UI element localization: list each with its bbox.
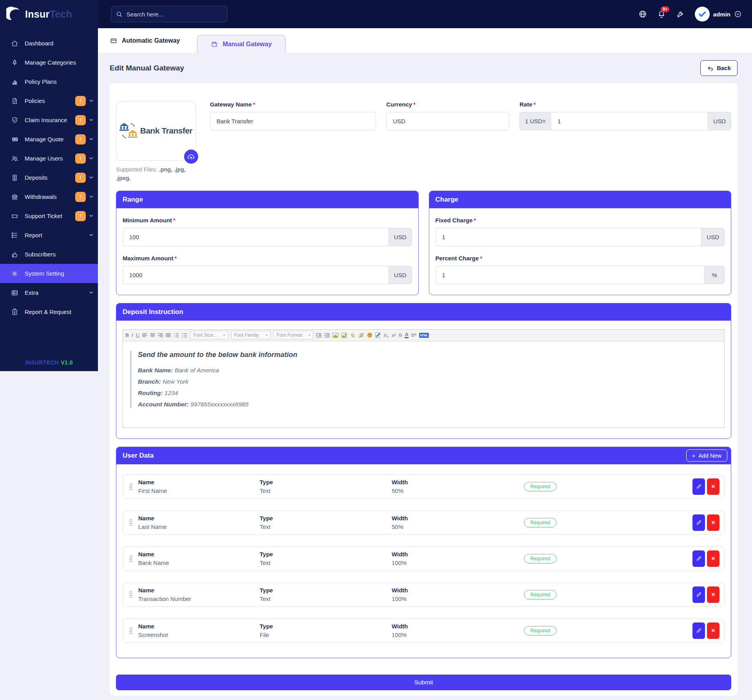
required-badge: Required <box>524 482 557 491</box>
align-justify-icon[interactable] <box>166 333 171 337</box>
sidebar-item-system-setting[interactable]: System Setting <box>0 264 98 283</box>
edit-row-button[interactable] <box>692 478 705 495</box>
editor-content[interactable]: Send the amount to the below bank inform… <box>123 341 724 428</box>
user-menu[interactable]: admin <box>695 7 742 22</box>
sidebar-item-deposits[interactable]: Deposits ! <box>0 168 98 187</box>
minimum-amount-input[interactable] <box>123 228 389 246</box>
edit-row-button[interactable] <box>692 586 705 603</box>
sidebar-item-report-request[interactable]: Report & Request <box>0 302 98 321</box>
delete-row-button[interactable]: × <box>707 622 719 639</box>
alert-badge: ! <box>75 153 86 164</box>
drag-handle-icon[interactable] <box>129 483 132 490</box>
rate-input[interactable] <box>551 112 708 130</box>
drag-handle-icon[interactable] <box>129 627 132 634</box>
font-family-select[interactable]: Font Family.▾ <box>231 331 271 339</box>
chevron-down-icon <box>89 176 93 179</box>
align-right-icon[interactable] <box>158 333 163 337</box>
percent-charge-input[interactable] <box>436 266 705 284</box>
pencil-icon <box>696 484 701 489</box>
range-section: Range Minimum Amount* USD Maximum Amount… <box>116 191 419 295</box>
color-palette-icon[interactable] <box>367 332 372 338</box>
notification-count-badge: 9+ <box>661 6 670 12</box>
edit-source-icon[interactable] <box>375 332 381 338</box>
font-format-select[interactable]: Font Format▾ <box>273 331 313 339</box>
notifications-bell-icon[interactable]: 9+ <box>657 10 666 18</box>
rich-text-editor: B I U Font Size...▾ Font Family.▾ Font F… <box>123 329 725 428</box>
search-bar[interactable] <box>111 6 228 22</box>
currency-input[interactable] <box>386 112 509 130</box>
bar-chart-icon <box>11 78 18 86</box>
underline-icon[interactable]: U <box>136 332 139 338</box>
sidebar-item-dashboard[interactable]: Dashboard <box>0 34 98 53</box>
sidebar-item-withdrawals[interactable]: Withdrawals ! <box>0 187 98 206</box>
drag-handle-icon[interactable] <box>129 591 132 598</box>
app-logo[interactable]: InsurTech <box>0 0 98 28</box>
sidebar-item-support-ticket[interactable]: Support Ticket ! <box>0 206 98 226</box>
edit-row-button[interactable] <box>692 514 705 531</box>
gateway-name-input[interactable] <box>210 112 376 130</box>
search-input[interactable] <box>127 11 222 18</box>
sidebar-item-manage-quote[interactable]: 99 Manage Quote ! <box>0 130 98 149</box>
upload-image-button[interactable] <box>183 148 199 165</box>
drag-handle-icon[interactable] <box>129 519 132 526</box>
unordered-list-icon[interactable] <box>182 333 187 338</box>
sidebar-item-report[interactable]: Report <box>0 226 98 245</box>
sidebar-item-extra[interactable]: Extra <box>0 283 98 302</box>
superscript-icon[interactable]: x² <box>392 332 396 338</box>
search-icon <box>116 11 123 18</box>
strikethrough-icon[interactable]: S <box>399 332 402 338</box>
fixed-charge-input[interactable] <box>436 228 701 246</box>
insert-image-icon[interactable] <box>333 333 338 338</box>
table-icon <box>11 289 18 297</box>
topbar: 9+ admin <box>98 0 752 28</box>
bold-icon[interactable]: B <box>125 332 129 338</box>
add-new-button[interactable]: + Add New <box>686 449 727 462</box>
back-button[interactable]: Back <box>700 60 738 76</box>
delete-row-button[interactable]: × <box>707 514 719 531</box>
submit-button[interactable]: Submit <box>116 675 731 690</box>
sidebar-item-manage-users[interactable]: Manage Users ! <box>0 149 98 168</box>
tab-automatic-gateway[interactable]: Automatic Gateway <box>109 28 197 53</box>
ordered-list-icon[interactable] <box>174 333 179 338</box>
insert-link-icon[interactable] <box>350 333 356 338</box>
italic-icon[interactable]: I <box>132 332 133 338</box>
settings-wrench-icon[interactable] <box>676 10 685 18</box>
edit-row-button[interactable] <box>692 622 705 639</box>
users-icon <box>11 155 18 162</box>
charge-section-title: Charge <box>429 191 731 208</box>
field-type-value: File <box>260 631 392 638</box>
indent-icon[interactable] <box>324 333 330 338</box>
sidebar-item-policy-plans[interactable]: Policy Plans <box>0 72 98 91</box>
sidebar-item-policies[interactable]: Policies ! <box>0 91 98 110</box>
close-icon: × <box>711 483 715 490</box>
rate-suffix: USD <box>708 112 731 130</box>
html-source-button[interactable]: HTML <box>419 333 429 338</box>
field-width-value: 50% <box>392 523 524 530</box>
currency-label: Currency* <box>386 101 509 108</box>
gear-icon <box>11 270 18 278</box>
maximum-amount-input[interactable] <box>123 266 389 284</box>
chevron-down-icon <box>89 291 93 294</box>
insert-image-upload-icon[interactable] <box>341 333 347 338</box>
tab-manual-gateway[interactable]: Manual Gateway <box>197 35 285 53</box>
outdent-icon[interactable] <box>316 333 322 338</box>
font-color-icon[interactable]: A <box>405 332 408 338</box>
sidebar-item-subscribers[interactable]: Subscribers <box>0 245 98 264</box>
maximum-amount-suffix: USD <box>389 266 412 284</box>
align-left-icon[interactable] <box>142 333 147 337</box>
gateway-name-label: Gateway Name* <box>210 101 376 108</box>
language-globe-icon[interactable] <box>638 10 647 18</box>
sidebar-item-claim-insurance[interactable]: Claim Insurance ! <box>0 110 98 130</box>
font-size-select[interactable]: Font Size...▾ <box>190 331 228 339</box>
align-center-icon[interactable] <box>150 333 155 337</box>
horizontal-rule-icon[interactable] <box>411 333 416 337</box>
sidebar-item-manage-categories[interactable]: Manage Categories <box>0 53 98 72</box>
drag-handle-icon[interactable] <box>129 555 132 562</box>
subscript-icon[interactable]: X₂ <box>383 332 389 338</box>
delete-row-button[interactable]: × <box>707 550 719 567</box>
shield-icon <box>11 116 18 124</box>
delete-row-button[interactable]: × <box>707 478 719 495</box>
edit-row-button[interactable] <box>692 550 705 567</box>
delete-row-button[interactable]: × <box>707 586 719 603</box>
remove-link-icon[interactable] <box>358 333 364 338</box>
